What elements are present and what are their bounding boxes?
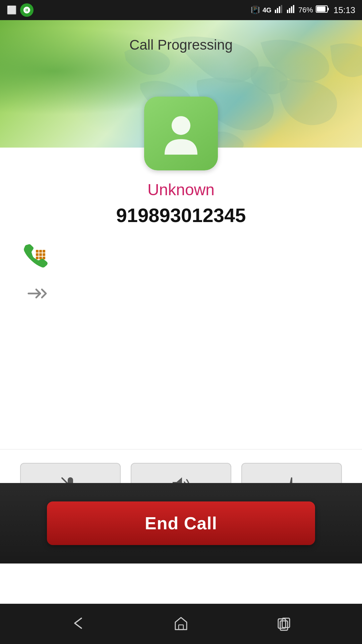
action-icons-area (0, 240, 362, 310)
contact-avatar (144, 97, 218, 170)
svg-rect-2 (279, 6, 280, 13)
time-display: 15:13 (334, 5, 355, 15)
navigation-bar (0, 604, 362, 644)
battery-icon (316, 5, 329, 15)
svg-rect-12 (36, 250, 39, 253)
notification-icon-sim: ⬜ (7, 5, 17, 15)
back-button[interactable] (70, 615, 86, 633)
signal-4g-icon: 4G (262, 6, 272, 14)
transfer-button[interactable] (20, 277, 54, 310)
svg-rect-13 (39, 250, 42, 253)
svg-rect-16 (39, 253, 42, 256)
svg-rect-17 (43, 253, 45, 256)
svg-rect-5 (289, 8, 290, 13)
svg-rect-15 (36, 253, 39, 256)
home-button[interactable] (173, 615, 189, 633)
svg-rect-9 (327, 8, 329, 10)
svg-rect-6 (291, 6, 292, 13)
keypad-button[interactable] (20, 240, 54, 273)
svg-rect-26 (179, 625, 183, 630)
status-bar: ⬜ 📳 4G (0, 0, 362, 20)
signal-bars-2-icon (286, 4, 296, 16)
end-call-section: End Call (0, 483, 362, 564)
phone-number: 919893012345 (0, 204, 362, 226)
vibrate-icon: 📳 (251, 6, 260, 14)
person-silhouette-icon (158, 110, 204, 157)
main-content: Call Progressing Unknown 919893012345 (0, 20, 362, 604)
svg-rect-28 (280, 621, 288, 630)
svg-rect-18 (36, 257, 39, 259)
svg-rect-7 (293, 5, 294, 13)
svg-point-11 (172, 116, 190, 135)
svg-rect-20 (43, 257, 45, 259)
signal-bars-1-icon (274, 4, 284, 16)
svg-rect-3 (281, 5, 282, 13)
end-call-label: End Call (145, 513, 217, 533)
app-icon (20, 3, 34, 17)
svg-rect-0 (275, 10, 276, 13)
avatar-container (0, 97, 362, 170)
contact-name: Unknown (0, 180, 362, 199)
end-call-button[interactable]: End Call (47, 501, 315, 545)
svg-rect-1 (277, 8, 278, 13)
svg-rect-19 (39, 257, 42, 259)
svg-rect-10 (317, 6, 325, 12)
svg-rect-14 (43, 250, 45, 253)
battery-percentage: 76% (298, 6, 313, 14)
call-status-title: Call Progressing (0, 20, 362, 53)
recents-button[interactable] (276, 615, 292, 633)
svg-rect-4 (287, 10, 288, 13)
